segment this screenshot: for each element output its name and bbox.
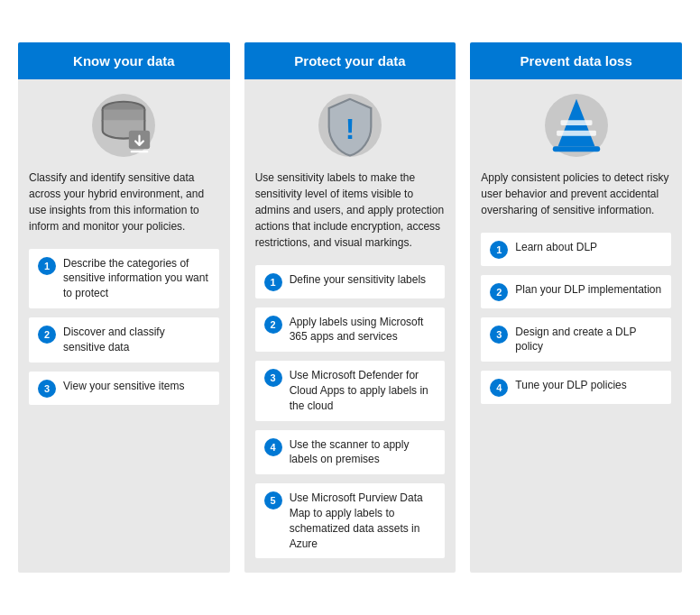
prevent-step-3[interactable]: 3Design and create a DLP policy: [481, 317, 671, 363]
protect-icon-area: !: [255, 94, 446, 157]
main-container: Know your data Classify and identify sen…: [18, 42, 682, 574]
protect-step-5-text: Use Microsoft Purview Data Map to apply …: [290, 491, 437, 551]
prevent-header: Prevent data loss: [470, 42, 682, 79]
protect-step-2[interactable]: 2Apply labels using Microsoft 365 apps a…: [255, 308, 446, 353]
protect-step-2-text: Apply labels using Microsoft 365 apps an…: [290, 315, 437, 345]
protect-step-5[interactable]: 5Use Microsoft Purview Data Map to apply…: [255, 483, 446, 558]
protect-body: ! Use sensitivity labels to make the sen…: [244, 79, 456, 574]
prevent-step-4-number: 4: [490, 379, 508, 397]
prevent-step-2-text: Plan your DLP implementation: [515, 282, 661, 298]
know-step-3[interactable]: 3View your sensitive items: [29, 372, 219, 405]
know-step-3-text: View your sensitive items: [63, 379, 185, 394]
prevent-step-1[interactable]: 1Learn about DLP: [481, 233, 671, 266]
know-body: Classify and identify sensitive data acr…: [18, 79, 230, 574]
prevent-step-3-text: Design and create a DLP policy: [515, 325, 662, 355]
know-icon: [92, 94, 155, 157]
know-step-1-text: Describe the categories of sensitive inf…: [63, 256, 210, 301]
prevent-step-4-text: Tune your DLP policies: [515, 378, 626, 393]
know-step-1[interactable]: 1Describe the categories of sensitive in…: [29, 249, 219, 308]
protect-step-4[interactable]: 4Use the scanner to apply labels on prem…: [255, 430, 446, 475]
know-description: Classify and identify sensitive data acr…: [29, 170, 219, 234]
know-step-2-number: 2: [38, 326, 56, 344]
svg-rect-4: [557, 130, 596, 135]
prevent-step-2[interactable]: 2Plan your DLP implementation: [481, 275, 671, 308]
protect-header: Protect your data: [244, 42, 456, 79]
protect-step-1[interactable]: 1Define your sensitivity labels: [255, 265, 446, 298]
know-step-1-number: 1: [38, 257, 56, 275]
protect-description: Use sensitivity labels to make the sensi…: [255, 170, 446, 251]
know-step-3-number: 3: [38, 380, 56, 398]
prevent-description: Apply consistent policies to detect risk…: [481, 170, 671, 218]
protect-step-1-text: Define your sensitivity labels: [290, 272, 426, 288]
svg-rect-5: [560, 120, 592, 125]
protect-step-3-number: 3: [264, 369, 282, 387]
column-prevent: Prevent data loss Apply consistent polic…: [470, 42, 682, 574]
know-icon-area: [29, 94, 219, 157]
protect-step-5-number: 5: [264, 491, 282, 509]
protect-step-4-number: 4: [264, 438, 282, 456]
protect-step-1-number: 1: [264, 273, 282, 291]
prevent-body: Apply consistent policies to detect risk…: [470, 79, 682, 574]
column-protect: Protect your data ! Use sensitivity labe…: [244, 42, 456, 574]
prevent-icon-area: [481, 94, 671, 157]
know-header: Know your data: [18, 42, 230, 79]
protect-icon: !: [318, 94, 382, 157]
column-know: Know your data Classify and identify sen…: [18, 42, 230, 574]
svg-rect-6: [552, 146, 600, 151]
prevent-step-1-number: 1: [490, 241, 508, 259]
prevent-icon: [545, 94, 608, 157]
prevent-step-4[interactable]: 4Tune your DLP policies: [481, 371, 671, 404]
protect-step-3-text: Use Microsoft Defender for Cloud Apps to…: [290, 368, 437, 413]
protect-step-2-number: 2: [264, 316, 282, 334]
prevent-step-1-text: Learn about DLP: [515, 240, 597, 255]
prevent-step-3-number: 3: [490, 326, 508, 344]
prevent-step-2-number: 2: [490, 283, 508, 301]
protect-step-3[interactable]: 3Use Microsoft Defender for Cloud Apps t…: [255, 361, 446, 420]
protect-step-4-text: Use the scanner to apply labels on premi…: [290, 437, 437, 468]
know-step-2[interactable]: 2Discover and classify sensitive data: [29, 317, 219, 363]
svg-text:!: !: [345, 112, 355, 144]
know-step-2-text: Discover and classify sensitive data: [63, 325, 210, 355]
